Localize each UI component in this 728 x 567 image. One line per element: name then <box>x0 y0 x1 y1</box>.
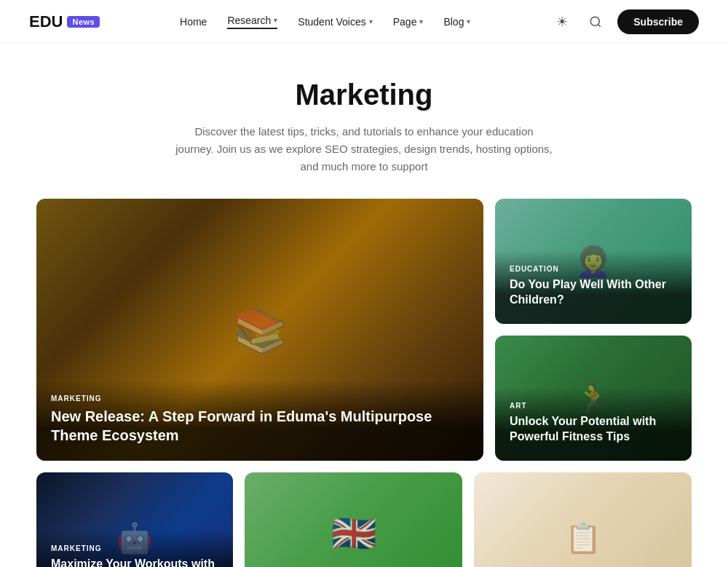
nav-blog[interactable]: Blog ▾ <box>443 16 470 28</box>
featured-article-title: New Release: A Step Forward in Eduma's M… <box>51 407 469 445</box>
art-article-tag: ART <box>510 402 677 410</box>
search-button[interactable] <box>584 10 607 33</box>
chevron-down-icon: ▾ <box>419 17 423 25</box>
nav-home[interactable]: Home <box>180 16 207 28</box>
education-article-tag: EDUCATION <box>510 265 677 273</box>
bottom-right-grid <box>245 472 692 567</box>
top-grid: MARKETING New Release: A Step Forward in… <box>36 199 692 461</box>
logo-text: EDU <box>29 12 63 31</box>
featured-article-card[interactable]: MARKETING New Release: A Step Forward in… <box>36 199 483 461</box>
article-card-art[interactable]: ART Unlock Your Potential with Powerful … <box>495 336 692 461</box>
main-content: MARKETING New Release: A Step Forward in… <box>22 199 706 567</box>
english-article-image <box>245 472 462 567</box>
nav-research[interactable]: Research ▾ <box>227 15 277 29</box>
logo-badge: News <box>67 16 100 28</box>
subscribe-button[interactable]: Subscribe <box>617 9 699 34</box>
main-nav: Home Research ▾ Student Voices ▾ Page ▾ … <box>180 15 470 29</box>
art-article-title: Unlock Your Potential with Powerful Fitn… <box>510 414 677 445</box>
svg-point-0 <box>591 17 600 25</box>
bottom-grid: MARKETING Maximize Your Workouts with Pr… <box>36 472 692 567</box>
education-article-overlay: EDUCATION Do You Play Well With Other Ch… <box>495 250 692 324</box>
marketing-article-tag: MARKETING <box>51 544 218 552</box>
art-article-overlay: ART Unlock Your Potential with Powerful … <box>495 387 692 461</box>
right-column: EDUCATION Do You Play Well With Other Ch… <box>495 199 692 461</box>
nav-page[interactable]: Page ▾ <box>393 16 424 28</box>
page-description: Discover the latest tips, tricks, and tu… <box>175 123 553 175</box>
chevron-down-icon: ▾ <box>274 16 277 24</box>
education-article-title: Do You Play Well With Other Children? <box>510 277 677 308</box>
nav-student-voices[interactable]: Student Voices ▾ <box>298 16 372 28</box>
chevron-down-icon: ▾ <box>369 17 373 25</box>
marketing-article-title: Maximize Your Workouts with Proven Strat… <box>51 557 218 567</box>
search-icon <box>589 15 602 28</box>
logo[interactable]: EDU News <box>29 12 100 31</box>
header-actions: ☀ Subscribe <box>550 9 699 34</box>
page-hero: Marketing Discover the latest tips, tric… <box>0 44 728 199</box>
marketing-article-overlay: MARKETING Maximize Your Workouts with Pr… <box>36 530 233 567</box>
article-card-whiteboard[interactable] <box>474 472 692 567</box>
article-card-marketing-2[interactable]: MARKETING Maximize Your Workouts with Pr… <box>36 472 233 567</box>
theme-toggle-button[interactable]: ☀ <box>550 10 574 33</box>
article-card-education[interactable]: EDUCATION Do You Play Well With Other Ch… <box>495 199 692 324</box>
page-title: Marketing <box>15 79 713 111</box>
whiteboard-article-image <box>474 472 692 567</box>
chevron-down-icon: ▾ <box>467 17 470 25</box>
article-card-english[interactable] <box>245 472 462 567</box>
site-header: EDU News Home Research ▾ Student Voices … <box>0 0 728 44</box>
featured-article-tag: MARKETING <box>51 394 469 403</box>
featured-article-overlay: MARKETING New Release: A Step Forward in… <box>36 380 483 461</box>
